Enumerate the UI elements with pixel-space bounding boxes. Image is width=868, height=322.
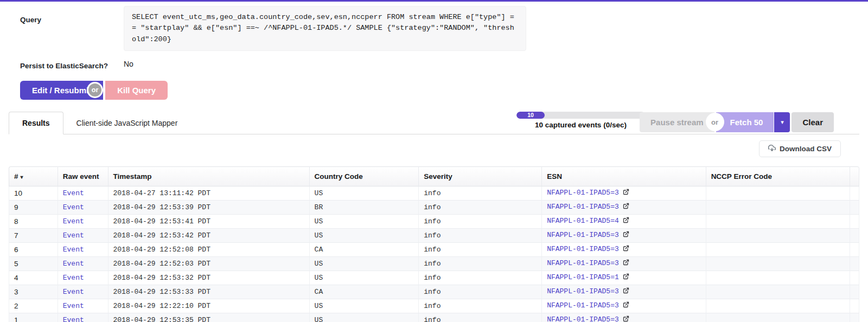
spacer-cell [850,313,859,322]
esn-link[interactable]: NFAPPL-01-IPAD5=3 [547,245,619,253]
persist-value: No [124,60,133,68]
raw-event-link[interactable]: Event [63,217,84,226]
raw-event-link[interactable]: Event [63,231,84,240]
external-link-icon[interactable] [623,302,629,310]
nccp-cell [706,229,850,243]
country-cell: US [310,186,419,201]
row-number: 1 [9,313,58,322]
spacer-cell [850,257,859,271]
spacer-cell [850,285,859,299]
external-link-icon[interactable] [623,217,629,226]
raw-event-link[interactable]: Event [63,274,84,282]
esn-link[interactable]: NFAPPL-01-IPAD5=3 [547,315,619,322]
tab-js-mapper[interactable]: Client-side JavaScript Mapper [63,112,191,134]
country-cell: CA [310,243,419,257]
country-cell: US [310,313,419,322]
nccp-cell [706,313,850,322]
external-link-icon[interactable] [623,189,629,197]
table-row: 2 Event 2018-04-29 12:22:10 PDT US info … [9,299,859,313]
timestamp-cell: 2018-04-29 12:53:33 PDT [108,285,310,299]
raw-event-link[interactable]: Event [63,302,84,310]
clear-button[interactable]: Clear [792,112,834,132]
nccp-cell [706,215,850,229]
timestamp-cell: 2018-04-29 12:22:10 PDT [108,299,310,313]
spacer-cell [850,215,859,229]
table-header-row: #▾ Raw event Timestamp Country Code Seve… [9,166,859,186]
external-link-icon[interactable] [623,246,629,254]
table-row: 10 Event 2018-04-27 13:11:42 PDT US info… [9,186,859,201]
external-link-icon[interactable] [623,203,629,211]
table-row: 6 Event 2018-04-29 12:52:08 PDT CA info … [9,243,859,257]
column-header-raw-event[interactable]: Raw event [58,166,108,186]
column-header-nccp-error-code[interactable]: NCCP Error Code [706,166,850,186]
country-cell: US [310,257,419,271]
nccp-cell [706,186,850,201]
column-header-spacer [850,166,859,186]
fetch-dropdown-caret-icon[interactable]: ▾ [774,112,790,132]
or-separator: or [706,113,724,131]
spacer-cell [850,271,859,285]
fetch-50-button[interactable]: Fetch 50 [716,112,774,132]
column-header-num[interactable]: #▾ [9,166,58,186]
raw-event-link[interactable]: Event [63,288,84,296]
column-header-severity[interactable]: Severity [419,166,542,186]
esn-link[interactable]: NFAPPL-01-IPAD5=3 [547,301,619,310]
esn-link[interactable]: NFAPPL-01-IPAD5=4 [547,217,619,225]
nccp-cell [706,257,850,271]
severity-cell: info [419,271,542,285]
severity-cell: info [419,215,542,229]
top-accent-bar [0,0,868,2]
column-header-country-code[interactable]: Country Code [310,166,419,186]
esn-link[interactable]: NFAPPL-01-IPAD5=3 [547,203,619,211]
external-link-icon[interactable] [623,260,629,268]
cloud-download-icon [768,145,776,152]
spacer-cell [850,243,859,257]
raw-event-link[interactable]: Event [63,246,84,254]
row-number: 8 [9,215,58,229]
row-number: 6 [9,243,58,257]
captured-events-text: 10 captured events (0/sec) [516,121,645,129]
pause-stream-button[interactable]: Pause stream [640,112,714,132]
tab-results[interactable]: Results [9,112,63,134]
nccp-cell [706,285,850,299]
esn-link[interactable]: NFAPPL-01-IPAD5=3 [547,259,619,267]
stream-controls: Pause stream or Fetch 50 ▾ Clear [640,112,834,132]
column-header-timestamp[interactable]: Timestamp [108,166,310,186]
column-header-esn[interactable]: ESN [542,166,706,186]
query-label: Query [20,6,124,24]
esn-link[interactable]: NFAPPL-01-IPAD5=3 [547,287,619,295]
severity-cell: info [419,299,542,313]
esn-link[interactable]: NFAPPL-01-IPAD5=3 [547,231,619,239]
nccp-cell [706,201,850,215]
query-text: SELECT event_utc_ms,geo_data.country_cod… [124,6,526,51]
raw-event-link[interactable]: Event [63,189,84,197]
query-form: Query SELECT event_utc_ms,geo_data.count… [9,6,859,70]
raw-event-link[interactable]: Event [63,316,84,322]
query-actions: Edit / Resubmit or Kill Query [20,81,168,100]
progress-track: 10 [516,112,645,119]
raw-event-link[interactable]: Event [63,260,84,268]
severity-cell: info [419,243,542,257]
external-link-icon[interactable] [623,288,629,296]
results-table: #▾ Raw event Timestamp Country Code Seve… [9,166,859,322]
download-csv-label: Download CSV [780,145,832,153]
table-body: 10 Event 2018-04-27 13:11:42 PDT US info… [9,186,859,322]
timestamp-cell: 2018-04-29 12:53:32 PDT [108,271,310,285]
spacer-cell [850,186,859,201]
external-link-icon[interactable] [623,274,629,282]
external-link-icon[interactable] [623,231,629,240]
external-link-icon[interactable] [623,316,629,322]
spacer-cell [850,299,859,313]
or-separator: or [87,82,103,98]
raw-event-link[interactable]: Event [63,203,84,211]
timestamp-cell: 2018-04-29 12:53:39 PDT [108,201,310,215]
timestamp-cell: 2018-04-29 12:52:08 PDT [108,243,310,257]
download-csv-button[interactable]: Download CSV [759,140,841,157]
capture-progress-widget: 10 10 captured events (0/sec) [516,112,645,129]
esn-link[interactable]: NFAPPL-01-IPAD5=3 [547,189,619,197]
severity-cell: info [419,285,542,299]
row-number: 5 [9,257,58,271]
spacer-cell [850,201,859,215]
esn-link[interactable]: NFAPPL-01-IPAD5=1 [547,273,619,281]
kill-query-button[interactable]: Kill Query [105,81,168,100]
